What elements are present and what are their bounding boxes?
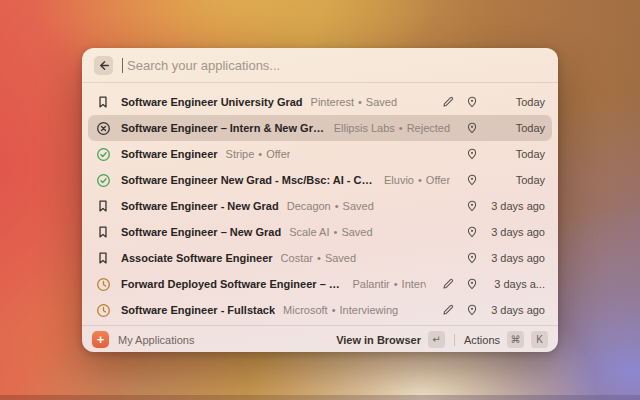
application-title: Software Engineer - New Grad [121, 200, 279, 212]
location-icon[interactable] [465, 173, 480, 188]
dot-separator: • [335, 200, 339, 212]
application-status: Offer [426, 174, 450, 186]
dot-separator: • [358, 96, 362, 108]
bookmark-icon [95, 94, 111, 110]
location-icon[interactable] [465, 277, 480, 292]
company-name: Decagon [287, 200, 331, 212]
text-caret [122, 58, 123, 73]
application-date: Today [489, 174, 545, 186]
application-title: Software Engineer New Grad - Msc/Bsc: AI… [121, 174, 376, 186]
application-status: Saved [341, 226, 372, 238]
application-status: Rejected [407, 122, 450, 134]
application-status: Saved [343, 200, 374, 212]
list-item[interactable]: Software EngineerStripe•OfferToday [88, 141, 552, 167]
arrow-left-icon [98, 60, 109, 71]
application-date: Today [489, 148, 545, 160]
application-status: Interviewing [402, 278, 426, 290]
list-item[interactable]: Software Engineer University GradPintere… [88, 89, 552, 115]
dot-separator: • [334, 226, 338, 238]
dot-separator: • [418, 174, 422, 186]
application-subtitle: Decagon•Saved [287, 200, 374, 212]
application-status: Saved [366, 96, 397, 108]
list-item[interactable]: Software Engineer - New GradDecagon•Save… [88, 193, 552, 219]
location-icon[interactable] [465, 147, 480, 162]
dot-separator: • [332, 304, 336, 316]
application-date: 3 days ago [489, 200, 545, 212]
application-title: Software Engineer [121, 148, 218, 160]
k-key-badge: K [531, 331, 548, 348]
list-item[interactable]: Software Engineer New Grad - Msc/Bsc: AI… [88, 167, 552, 193]
location-icon[interactable] [465, 303, 480, 318]
footer-actions: View in Browser ↵ Actions ⌘ K [336, 331, 548, 348]
pending-icon [95, 302, 111, 318]
pending-icon [95, 276, 111, 292]
company-name: Palantir [352, 278, 389, 290]
list-item[interactable]: Software Engineer - FullstackMicrosoft•I… [88, 297, 552, 323]
command-key-badge: ⌘ [507, 331, 524, 348]
list-item[interactable]: Software Engineer – New GradScale AI•Sav… [88, 219, 552, 245]
list-item[interactable]: Forward Deployed Software Engineer – New… [88, 271, 552, 297]
bookmark-icon [95, 198, 111, 214]
location-icon[interactable] [465, 121, 480, 136]
dot-separator: • [258, 148, 262, 160]
application-subtitle: Stripe•Offer [226, 148, 291, 160]
application-title: Software Engineer University Grad [121, 96, 303, 108]
company-name: Pinterest [311, 96, 354, 108]
location-icon[interactable] [465, 251, 480, 266]
company-name: Microsoft [283, 304, 328, 316]
application-date: 3 days a... [489, 278, 545, 290]
application-title: Software Engineer – New Grad [121, 226, 281, 238]
edit-icon[interactable] [441, 277, 456, 292]
application-date: 3 days ago [489, 304, 545, 316]
company-name: Eluvio [384, 174, 414, 186]
application-title: Forward Deployed Software Engineer – New… [121, 278, 344, 290]
location-icon[interactable] [465, 95, 480, 110]
launcher-window: Software Engineer University GradPintere… [82, 48, 558, 352]
application-date: 3 days ago [489, 226, 545, 238]
location-icon[interactable] [465, 225, 480, 240]
view-in-browser-button[interactable]: View in Browser [336, 334, 421, 346]
edit-icon[interactable] [441, 95, 456, 110]
back-button[interactable] [94, 56, 113, 75]
offer-icon [95, 172, 111, 188]
add-application-icon: + [92, 331, 109, 348]
footer-divider [454, 334, 455, 346]
edit-icon[interactable] [441, 303, 456, 318]
application-status: Saved [325, 252, 356, 264]
location-icon[interactable] [465, 199, 480, 214]
application-subtitle: Ellipsis Labs•Rejected [334, 122, 450, 134]
applications-list: Software Engineer University GradPintere… [82, 83, 558, 325]
company-name: Costar [281, 252, 313, 264]
bookmark-icon [95, 224, 111, 240]
footer-bar: + My Applications View in Browser ↵ Acti… [82, 325, 558, 352]
search-bar [82, 48, 558, 83]
actions-button[interactable]: Actions [464, 334, 500, 346]
application-subtitle: Costar•Saved [281, 252, 356, 264]
offer-icon [95, 146, 111, 162]
search-input[interactable] [127, 58, 546, 73]
company-name: Ellipsis Labs [334, 122, 395, 134]
application-date: 3 days ago [489, 252, 545, 264]
company-name: Stripe [226, 148, 255, 160]
list-item[interactable]: Associate Software EngineerCostar•Saved3… [88, 245, 552, 271]
application-subtitle: Eluvio•Offer [384, 174, 450, 186]
application-status: Interviewing [340, 304, 399, 316]
bookmark-icon [95, 250, 111, 266]
application-title: Associate Software Engineer [121, 252, 273, 264]
dot-separator: • [394, 278, 398, 290]
application-subtitle: Palantir•Interviewing [352, 278, 426, 290]
application-subtitle: Microsoft•Interviewing [283, 304, 398, 316]
application-title: Software Engineer - Fullstack [121, 304, 275, 316]
app-label: My Applications [118, 334, 194, 346]
application-date: Today [489, 122, 545, 134]
rejected-icon [95, 120, 111, 136]
company-name: Scale AI [289, 226, 329, 238]
dot-separator: • [317, 252, 321, 264]
dot-separator: • [399, 122, 403, 134]
application-status: Offer [266, 148, 290, 160]
list-item[interactable]: Software Engineer – Intern & New GradEll… [88, 115, 552, 141]
wallpaper-bottom-edge [0, 395, 640, 400]
return-key-badge: ↵ [428, 331, 445, 348]
application-date: Today [489, 96, 545, 108]
application-subtitle: Scale AI•Saved [289, 226, 372, 238]
